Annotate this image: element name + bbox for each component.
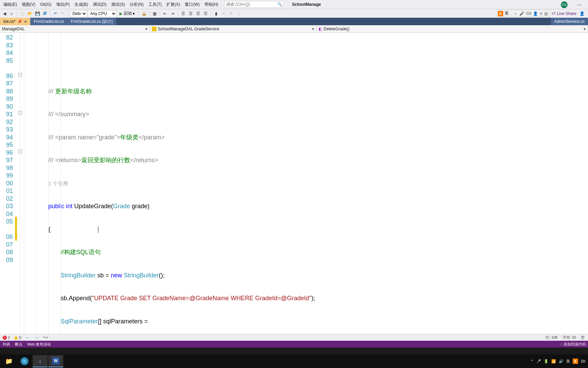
tab-error-list[interactable]: 列表 <box>3 342 10 347</box>
chevron-down-icon: ▾ <box>145 27 147 31</box>
tray-ime[interactable]: 英 <box>566 359 570 364</box>
tray-time[interactable]: 20: <box>581 359 586 363</box>
back-button[interactable]: ◀ <box>1 10 8 17</box>
fold-toggle[interactable]: − <box>18 111 22 115</box>
uncomment-button[interactable]: ☰ <box>187 10 194 17</box>
tb-icon-5[interactable]: ☰ <box>195 10 201 17</box>
user-avatar[interactable]: FS <box>561 1 568 8</box>
bottom-status-bar: 列表 断点 Web 发布活动 ↑ 添加到源代码 <box>0 341 588 348</box>
codelens-refs[interactable]: 1 个引用 <box>48 181 68 186</box>
menu-analyze[interactable]: 分析(N) <box>128 1 146 8</box>
spc-indicator: 空 <box>581 335 585 340</box>
up-arrow-icon[interactable]: ↑ <box>560 342 562 346</box>
tab-label: ice.cs* <box>3 19 15 24</box>
code-area[interactable]: /// 更新年级名称 /// </summary> /// <param nam… <box>24 33 588 334</box>
windows-taskbar: 📁 ⬨ W ⌃ 🎤 🔋 📶 🔊 英 S 20: <box>0 354 588 368</box>
config-select[interactable]: Debug <box>70 10 87 17</box>
tb-icon-9[interactable]: ⤵ <box>235 10 242 17</box>
live-share-button[interactable]: ⮂ Live Share <box>552 11 576 16</box>
comment-button[interactable]: ☰ <box>180 10 186 17</box>
indent-right-button[interactable]: ⇥ <box>169 10 176 17</box>
menu-build[interactable]: 生成(B) <box>72 1 90 8</box>
toolbar: ◀ ▶ ⬚ 📂 💾 🗊 ↶ ↷ Debug Any CPU ▶ 启动 ▾ ⬓ ▦… <box>0 9 588 18</box>
menu-git[interactable]: Git(G) <box>38 1 53 7</box>
tab-right[interactable]: AdminService.cs <box>551 18 588 25</box>
chevron-down-icon: ▾ <box>584 27 586 31</box>
tb-icon-6[interactable]: ☰ <box>202 10 209 17</box>
menu-project[interactable]: 项目(P) <box>54 1 72 8</box>
add-source-label[interactable]: 添加到源代码 <box>564 342 586 347</box>
tab-3[interactable]: FrmGradeList.cs [设计] <box>67 18 116 25</box>
errors-count[interactable]: ✕2 <box>3 336 10 340</box>
code-editor[interactable]: 82838485 8687888990919293949596979899000… <box>0 33 588 334</box>
tab-active[interactable]: ice.cs* 📌 ✕ <box>0 18 30 25</box>
class-combo[interactable]: SchoolManageDAL.GradeService ▾ <box>150 25 316 33</box>
system-tray: ⌃ 🎤 🔋 📶 🔊 英 S 20: <box>530 358 586 364</box>
namespace-combo[interactable]: ManageDAL ▾ <box>0 25 150 33</box>
word-icon[interactable]: W <box>48 355 63 367</box>
document-tabs: ice.cs* 📌 ✕ FrmGradeList.cs FrmGradeList… <box>0 18 588 25</box>
tray-wifi-icon[interactable]: 📶 <box>551 359 556 364</box>
tb-icon-2[interactable]: ▦ <box>151 10 158 17</box>
ime-lang: 英 <box>505 11 509 16</box>
chevron-down-icon: ▾ <box>133 11 135 16</box>
tb-icon-7[interactable]: ⟲ <box>220 10 227 17</box>
ime-badge[interactable]: S 英 ., ☺ 🎤 ⌨ 👤 ⊞ ▦ <box>496 10 550 17</box>
sogou-icon: S <box>498 11 503 16</box>
fold-column: − − − <box>18 33 24 334</box>
search-icon: 🔍 <box>277 2 282 7</box>
tray-sogou-icon[interactable]: S <box>573 358 578 364</box>
tray-volume-icon[interactable]: 🔊 <box>559 359 564 364</box>
member-label: DeleteGrade() <box>324 27 349 31</box>
save-button[interactable]: 💾 <box>34 10 41 17</box>
menu-help[interactable]: 帮助(H) <box>202 1 220 8</box>
menu-tools[interactable]: 工具(T) <box>146 1 164 8</box>
forward-button[interactable]: ▶ <box>9 10 15 17</box>
pin-icon[interactable]: 📌 <box>17 19 22 24</box>
tray-battery-icon[interactable]: 🔋 <box>544 359 549 364</box>
menu-edit[interactable]: 编辑(E) <box>1 1 19 8</box>
tray-mic-icon[interactable]: 🎤 <box>536 359 541 364</box>
indent-left-button[interactable]: ⇤ <box>162 10 168 17</box>
pen-icon[interactable]: ✎▾ <box>43 335 48 340</box>
new-project-button[interactable]: ⬚ <box>19 10 26 17</box>
next-error-button[interactable]: → <box>34 335 39 340</box>
platform-select[interactable]: Any CPU <box>88 10 117 17</box>
menu-extensions[interactable]: 扩展(X) <box>164 1 182 8</box>
open-button[interactable]: 📂 <box>27 10 33 17</box>
fold-toggle[interactable]: − <box>18 73 22 77</box>
live-share-icon: ⮂ <box>552 11 556 16</box>
start-debug-button[interactable]: ▶ 启动 ▾ <box>117 10 137 17</box>
menu-window[interactable]: 窗口(W) <box>183 1 201 8</box>
class-label: SchoolManageDAL.GradeService <box>158 27 219 31</box>
search-input[interactable] <box>226 2 277 7</box>
tray-chevron-icon[interactable]: ⌃ <box>530 359 534 364</box>
file-explorer-icon[interactable]: 📁 <box>1 355 16 367</box>
save-all-button[interactable]: 🗊 <box>42 10 48 17</box>
visual-studio-icon[interactable]: ⬨ <box>33 355 48 367</box>
member-combo[interactable]: ◧ DeleteGrade() ▾ <box>316 25 588 33</box>
tab-2[interactable]: FrmGradeList.cs <box>30 18 67 25</box>
tab-label: AdminService.cs <box>554 19 585 24</box>
tab-breakpoints[interactable]: 断点 <box>15 342 22 347</box>
feedback-button[interactable]: 👤 <box>578 10 585 17</box>
undo-button[interactable]: ↶ <box>52 10 59 17</box>
class-icon <box>152 27 157 31</box>
code-nav-bar: ManageDAL ▾ SchoolManageDAL.GradeService… <box>0 25 588 33</box>
tb-icon-8[interactable]: ⟳ <box>228 10 234 17</box>
menu-view[interactable]: 视图(V) <box>20 1 37 8</box>
prev-error-button[interactable]: ← <box>25 335 30 340</box>
warnings-count[interactable]: 0 <box>14 336 21 340</box>
minimize-button[interactable]: — <box>574 1 585 8</box>
bookmark-button[interactable]: ▮ <box>213 10 219 17</box>
line-indicator: 行: 106 <box>545 335 557 340</box>
tb-icon-1[interactable]: ⬓ <box>141 10 147 17</box>
search-box[interactable]: 🔍 <box>224 1 284 8</box>
redo-button[interactable]: ↷ <box>60 10 66 17</box>
close-icon[interactable]: ✕ <box>24 20 27 24</box>
tab-web-publish[interactable]: Web 发布活动 <box>27 342 51 347</box>
fold-toggle[interactable]: − <box>18 150 22 153</box>
menu-debug[interactable]: 调试(D) <box>91 1 109 8</box>
menu-test[interactable]: 测试(S) <box>109 1 127 8</box>
app-icon-1[interactable] <box>17 355 32 367</box>
